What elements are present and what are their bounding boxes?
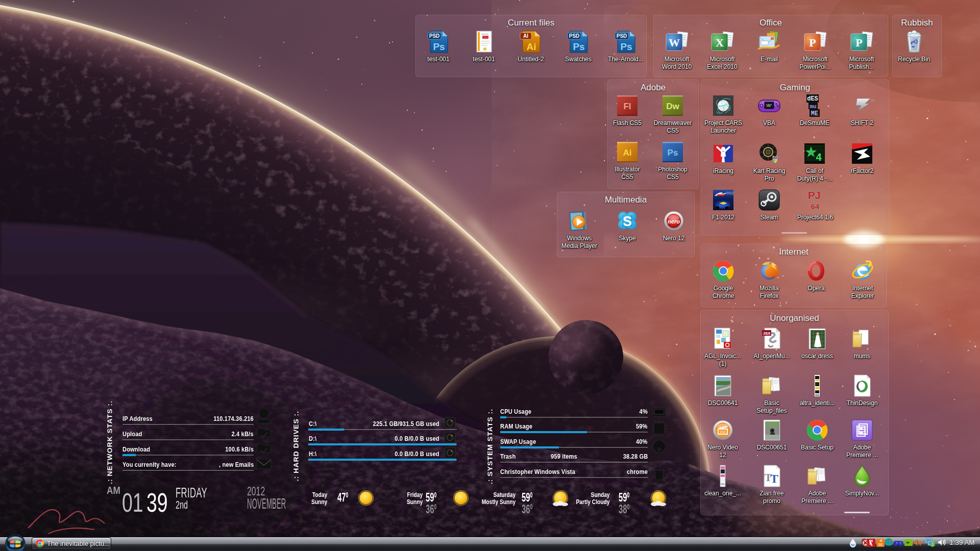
svg-text:X: X [716, 36, 724, 49]
svg-text:dES: dES [807, 95, 818, 103]
svg-text:Fl: Fl [623, 102, 631, 111]
svg-text:PSD: PSD [617, 33, 627, 39]
svg-text:Ps: Ps [620, 41, 632, 52]
svg-text:AI: AI [523, 33, 528, 39]
svg-text:Ai: Ai [527, 41, 536, 52]
svg-text:J: J [815, 189, 821, 201]
svg-text:T: T [770, 472, 778, 485]
svg-text:PSD: PSD [429, 33, 440, 39]
svg-text:Ps: Ps [668, 148, 678, 158]
svg-text:JSX: JSX [763, 331, 771, 336]
svg-text:TM: TM [871, 99, 874, 102]
svg-text:W: W [669, 36, 680, 49]
svg-text:nero: nero [668, 218, 680, 224]
svg-text:ME: ME [811, 110, 818, 117]
svg-text:Ps: Ps [433, 41, 445, 52]
svg-text:P: P [808, 189, 815, 201]
svg-text:S: S [623, 214, 632, 229]
svg-text:Ai: Ai [623, 148, 632, 158]
svg-text:PSD: PSD [569, 33, 580, 39]
svg-text:Dw: Dw [666, 102, 679, 111]
svg-text:Ps: Ps [573, 41, 584, 52]
svg-text:mu: mu [810, 104, 816, 110]
svg-text:P: P [855, 36, 862, 49]
svg-text:P: P [809, 36, 816, 49]
svg-text:64: 64 [811, 202, 820, 211]
svg-text:2012: 2012 [726, 191, 734, 195]
